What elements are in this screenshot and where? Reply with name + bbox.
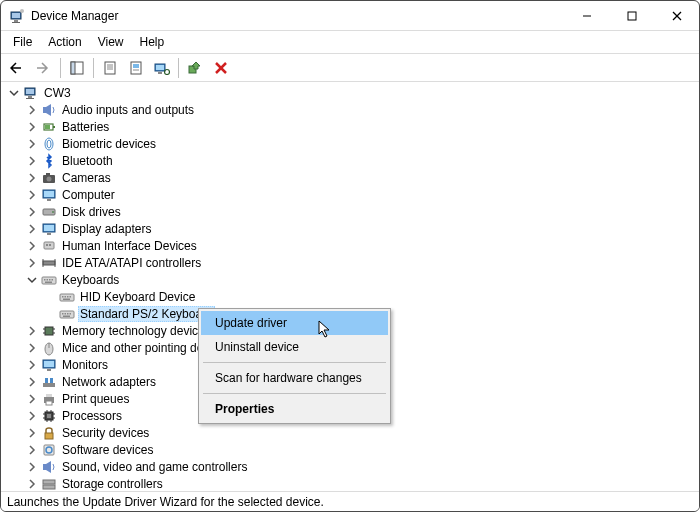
tree-category[interactable]: Disk drives	[3, 203, 699, 220]
category-label: Cameras	[60, 171, 113, 185]
menu-file[interactable]: File	[5, 33, 40, 51]
bluetooth-icon	[41, 153, 57, 169]
tree-category[interactable]: Cameras	[3, 169, 699, 186]
chevron-right-icon[interactable]	[25, 155, 39, 167]
svg-rect-2	[14, 20, 18, 22]
stor-icon	[41, 476, 57, 492]
svg-rect-63	[63, 298, 70, 300]
svg-rect-44	[44, 225, 54, 231]
svg-point-21	[165, 69, 170, 74]
chevron-right-icon[interactable]	[25, 325, 39, 337]
scan-hardware-button[interactable]	[150, 56, 174, 80]
chevron-right-icon[interactable]	[25, 223, 39, 235]
chevron-right-icon[interactable]	[25, 257, 39, 269]
chevron-right-icon[interactable]	[25, 359, 39, 371]
disk-icon	[41, 204, 57, 220]
tree-category[interactable]: Storage controllers	[3, 475, 699, 491]
svg-rect-11	[105, 62, 115, 74]
minimize-button[interactable]	[564, 1, 609, 30]
tree-category[interactable]: Sound, video and game controllers	[3, 458, 699, 475]
category-label: Audio inputs and outputs	[60, 103, 196, 117]
svg-rect-66	[65, 313, 67, 315]
svg-rect-28	[26, 98, 34, 99]
svg-rect-3	[12, 22, 20, 23]
tree-category[interactable]: Security devices	[3, 424, 699, 441]
context-menu: Update driver Uninstall device Scan for …	[198, 308, 391, 424]
svg-rect-45	[47, 233, 51, 235]
chevron-right-icon[interactable]	[25, 121, 39, 133]
tree-category[interactable]: IDE ATA/ATAPI controllers	[3, 254, 699, 271]
maximize-button[interactable]	[609, 1, 654, 30]
chevron-right-icon[interactable]	[25, 376, 39, 388]
tree-root[interactable]: CW3	[3, 84, 699, 101]
tree-category[interactable]: Human Interface Devices	[3, 237, 699, 254]
svg-rect-37	[46, 173, 50, 175]
speaker-icon	[41, 459, 57, 475]
chevron-right-icon[interactable]	[25, 444, 39, 456]
tree-category[interactable]: Audio inputs and outputs	[3, 101, 699, 118]
svg-rect-99	[43, 464, 46, 470]
forward-button[interactable]	[32, 56, 56, 80]
category-label: Display adapters	[60, 222, 153, 236]
svg-rect-78	[44, 361, 54, 367]
chevron-right-icon[interactable]	[25, 427, 39, 439]
monitor-icon	[41, 221, 57, 237]
chevron-right-icon[interactable]	[25, 410, 39, 422]
close-button[interactable]	[654, 1, 699, 30]
update-driver-toolbar-button[interactable]	[124, 56, 148, 80]
tree-category[interactable]: Keyboards	[3, 271, 699, 288]
tree-category[interactable]: Software devices	[3, 441, 699, 458]
menu-view[interactable]: View	[90, 33, 132, 51]
disable-toolbar-button[interactable]	[209, 56, 233, 80]
category-label: Biometric devices	[60, 137, 158, 151]
context-uninstall-device[interactable]: Uninstall device	[201, 335, 388, 359]
cpu-icon	[41, 408, 57, 424]
chevron-right-icon[interactable]	[25, 461, 39, 473]
category-label: Memory technology devices	[60, 324, 213, 338]
svg-rect-56	[52, 279, 54, 281]
keyboard-icon	[41, 272, 57, 288]
chevron-down-icon[interactable]	[7, 87, 21, 99]
category-label: Print queues	[60, 392, 131, 406]
chevron-right-icon[interactable]	[25, 478, 39, 490]
uninstall-toolbar-button[interactable]	[183, 56, 207, 80]
chevron-right-icon[interactable]	[25, 104, 39, 116]
chevron-right-icon[interactable]	[25, 138, 39, 150]
context-scan-hardware[interactable]: Scan for hardware changes	[201, 366, 388, 390]
hid-icon	[41, 238, 57, 254]
svg-rect-80	[43, 383, 55, 387]
category-label: Disk drives	[60, 205, 123, 219]
chevron-right-icon[interactable]	[25, 240, 39, 252]
properties-toolbar-button[interactable]	[98, 56, 122, 80]
tree-category[interactable]: Display adapters	[3, 220, 699, 237]
svg-rect-65	[62, 313, 64, 315]
svg-rect-1	[12, 13, 20, 18]
svg-rect-69	[63, 315, 70, 317]
chevron-right-icon[interactable]	[25, 172, 39, 184]
tree-category[interactable]: Computer	[3, 186, 699, 203]
chevron-down-icon[interactable]	[25, 274, 39, 286]
svg-rect-32	[45, 125, 50, 129]
tree-device[interactable]: HID Keyboard Device	[3, 288, 699, 305]
tree-category[interactable]: Batteries	[3, 118, 699, 135]
chevron-right-icon[interactable]	[25, 206, 39, 218]
device-tree[interactable]: CW3 Audio inputs and outputsBatteriesBio…	[1, 82, 699, 491]
chevron-right-icon[interactable]	[25, 342, 39, 354]
app-icon	[9, 8, 25, 24]
back-button[interactable]	[6, 56, 30, 80]
tree-category[interactable]: Biometric devices	[3, 135, 699, 152]
device-label: Standard PS/2 Keyboard	[78, 306, 215, 322]
menu-action[interactable]: Action	[40, 33, 89, 51]
show-hide-button[interactable]	[65, 56, 89, 80]
context-update-driver[interactable]: Update driver	[201, 311, 388, 335]
menu-help[interactable]: Help	[132, 33, 173, 51]
svg-rect-40	[47, 199, 51, 201]
svg-rect-39	[44, 191, 54, 197]
svg-rect-70	[45, 327, 53, 335]
chevron-right-icon[interactable]	[25, 189, 39, 201]
tree-category[interactable]: Bluetooth	[3, 152, 699, 169]
keyboard-icon	[59, 289, 75, 305]
context-properties[interactable]: Properties	[201, 397, 388, 421]
toolbar	[1, 54, 699, 82]
chevron-right-icon[interactable]	[25, 393, 39, 405]
